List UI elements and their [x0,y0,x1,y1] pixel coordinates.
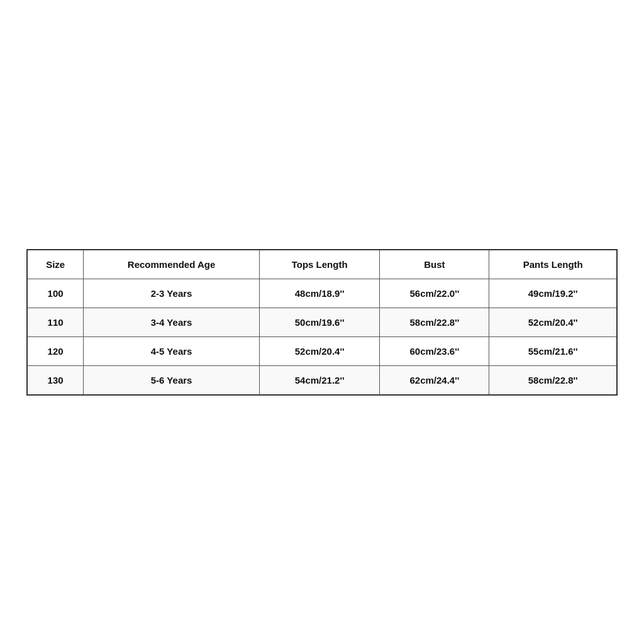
cell-tops-length: 54cm/21.2'' [259,365,379,395]
header-recommended-age: Recommended Age [84,250,260,279]
cell-tops-length: 50cm/19.6'' [259,308,379,336]
header-bust: Bust [380,250,489,279]
cell-size: 130 [27,365,84,395]
table-header-row: Size Recommended Age Tops Length Bust Pa… [27,250,617,279]
table-row: 1103-4 Years50cm/19.6''58cm/22.8''52cm/2… [27,308,617,336]
size-chart-table: Size Recommended Age Tops Length Bust Pa… [26,249,618,396]
cell-bust: 60cm/23.6'' [380,336,489,365]
cell-age: 4-5 Years [84,336,260,365]
cell-tops-length: 48cm/18.9'' [259,279,379,308]
cell-age: 2-3 Years [84,279,260,308]
cell-size: 100 [27,279,84,308]
cell-pants-length: 52cm/20.4'' [489,308,617,336]
cell-bust: 58cm/22.8'' [380,308,489,336]
cell-tops-length: 52cm/20.4'' [259,336,379,365]
cell-pants-length: 49cm/19.2'' [489,279,617,308]
table-row: 1002-3 Years48cm/18.9''56cm/22.0''49cm/1… [27,279,617,308]
cell-bust: 56cm/22.0'' [380,279,489,308]
header-tops-length: Tops Length [259,250,379,279]
header-pants-length: Pants Length [489,250,617,279]
header-size: Size [27,250,84,279]
table-row: 1305-6 Years54cm/21.2''62cm/24.4''58cm/2… [27,365,617,395]
cell-pants-length: 55cm/21.6'' [489,336,617,365]
cell-pants-length: 58cm/22.8'' [489,365,617,395]
cell-size: 110 [27,308,84,336]
cell-size: 120 [27,336,84,365]
cell-age: 3-4 Years [84,308,260,336]
table-row: 1204-5 Years52cm/20.4''60cm/23.6''55cm/2… [27,336,617,365]
cell-bust: 62cm/24.4'' [380,365,489,395]
cell-age: 5-6 Years [84,365,260,395]
size-chart-container: Size Recommended Age Tops Length Bust Pa… [26,249,618,396]
